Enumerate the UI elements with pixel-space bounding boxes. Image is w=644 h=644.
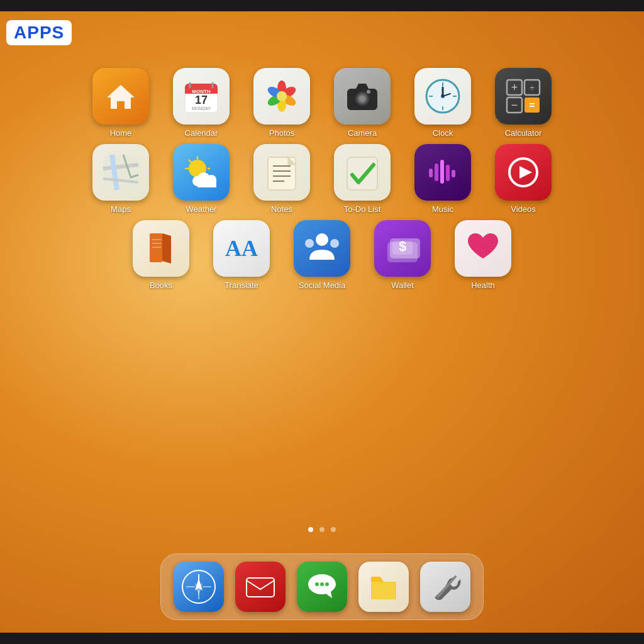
app-translate[interactable]: AA Translate [207,220,276,290]
svg-point-80 [315,582,319,586]
dock-safari[interactable] [174,562,224,612]
app-calendar[interactable]: MONTH 17 MONDAY Calendar [167,68,236,138]
svg-text:+: + [511,81,518,94]
svg-text:$: $ [399,238,406,254]
svg-rect-36 [103,155,138,190]
app-books[interactable]: Books [126,220,196,290]
app-music[interactable]: Music [408,144,477,214]
app-camera[interactable]: Camera [328,68,397,138]
svg-rect-61 [452,170,455,177]
app-todo[interactable]: To-Do List [328,144,397,214]
svg-point-19 [367,90,370,94]
page-dot-1[interactable] [308,527,313,532]
svg-point-67 [330,239,339,248]
dock-files[interactable] [358,562,409,612]
svg-rect-79 [247,578,274,597]
svg-text:=: = [529,100,535,111]
app-health[interactable]: Health [448,220,518,290]
app-clock[interactable]: Clock [408,68,477,138]
svg-point-66 [305,239,314,248]
app-row-2: Maps [86,144,558,214]
app-wallet[interactable]: $ Wallet [368,220,437,290]
svg-text:÷: ÷ [530,83,535,93]
dock [160,553,484,620]
svg-marker-63 [519,166,532,179]
page-dot-2[interactable] [319,527,325,532]
bottom-bar [0,633,644,644]
screen: APPS Home [0,11,644,633]
dock-tools[interactable] [420,562,470,612]
dock-mail[interactable] [235,562,286,612]
svg-point-65 [316,233,328,246]
app-weather[interactable]: Weather [167,144,236,214]
svg-line-45 [189,160,191,162]
apps-label: APPS [6,20,72,45]
app-calculator[interactable]: + ÷ − = Calculator [489,68,558,138]
page-dots [0,527,644,532]
svg-text:17: 17 [195,94,208,106]
top-bar [0,0,644,11]
svg-rect-57 [429,169,433,177]
dock-messages[interactable] [297,562,347,612]
app-photos[interactable]: Photos [247,68,316,138]
page-dot-3[interactable] [331,527,336,532]
app-social[interactable]: Social Media [287,220,357,290]
device: APPS Home [0,0,644,644]
app-grid: Home MONTH 17 MONDAY [0,62,644,296]
svg-text:AA: AA [225,236,258,261]
app-home[interactable]: Home [86,68,155,138]
svg-text:−: − [511,99,518,111]
app-notes[interactable]: Notes [247,144,316,214]
app-row-3: Books AA Translate [126,220,518,290]
app-row-1: Home MONTH 17 MONDAY [86,68,558,138]
svg-point-18 [359,96,365,102]
svg-point-14 [277,91,287,101]
svg-rect-59 [440,160,444,184]
app-maps[interactable]: Maps [86,144,155,214]
svg-rect-58 [435,164,438,181]
svg-rect-50 [197,179,216,187]
app-videos[interactable]: Videos [489,144,558,214]
svg-point-81 [320,582,324,586]
svg-text:MONDAY: MONDAY [192,106,211,111]
svg-rect-60 [446,165,450,181]
svg-point-82 [325,582,329,586]
